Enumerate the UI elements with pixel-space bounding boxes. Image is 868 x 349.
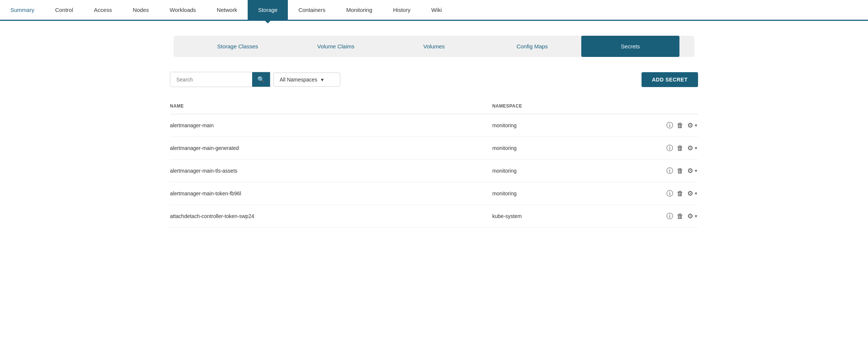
nav-item-storage[interactable]: Storage xyxy=(248,0,288,20)
secrets-table: NAME NAMESPACE alertmanager-main monitor… xyxy=(170,98,698,228)
chevron-down-icon: ▼ xyxy=(694,169,698,173)
namespace-dropdown[interactable]: All Namespaces ▾ xyxy=(273,73,340,87)
search-left: 🔍 All Namespaces ▾ xyxy=(170,72,340,87)
delete-icon[interactable]: 🗑 xyxy=(677,190,684,198)
nav-item-containers[interactable]: Containers xyxy=(288,0,336,20)
gear-icon: ⚙ xyxy=(687,167,693,175)
row-name: attachdetach-controller-token-swp24 xyxy=(170,213,492,219)
chevron-down-icon: ▼ xyxy=(694,191,698,196)
col-header-namespace: NAMESPACE xyxy=(492,103,653,109)
top-nav: SummaryControlAccessNodesWorkloadsNetwor… xyxy=(0,0,868,21)
row-name: alertmanager-main-token-fb96l xyxy=(170,190,492,196)
subtab-volume-claims[interactable]: Volume Claims xyxy=(287,36,385,57)
main-content: 🔍 All Namespaces ▾ ADD SECRET NAME NAMES… xyxy=(155,72,713,228)
row-namespace: monitoring xyxy=(492,122,653,128)
delete-icon[interactable]: 🗑 xyxy=(677,122,684,129)
table-row: alertmanager-main-tls-assets monitoring … xyxy=(170,160,698,182)
sub-tabs: Storage ClassesVolume ClaimsVolumesConfi… xyxy=(174,36,694,57)
nav-item-network[interactable]: Network xyxy=(206,0,248,20)
row-name: alertmanager-main xyxy=(170,122,492,128)
search-icon: 🔍 xyxy=(257,76,265,83)
row-namespace: monitoring xyxy=(492,168,653,174)
nav-item-summary[interactable]: Summary xyxy=(0,0,45,20)
add-secret-button[interactable]: ADD SECRET xyxy=(642,72,698,87)
chevron-down-icon: ▾ xyxy=(321,77,324,83)
subtab-volumes[interactable]: Volumes xyxy=(385,36,483,57)
nav-item-access[interactable]: Access xyxy=(84,0,122,20)
gear-dropdown[interactable]: ⚙ ▼ xyxy=(687,212,698,220)
row-actions: ⓘ 🗑 ⚙ ▼ xyxy=(653,144,698,153)
table-row: alertmanager-main-generated monitoring ⓘ… xyxy=(170,137,698,160)
gear-icon: ⚙ xyxy=(687,144,693,152)
gear-dropdown[interactable]: ⚙ ▼ xyxy=(687,189,698,198)
subtab-secrets[interactable]: Secrets xyxy=(581,36,679,57)
namespace-label: All Namespaces xyxy=(280,77,317,83)
subtab-config-maps[interactable]: Config Maps xyxy=(483,36,581,57)
row-namespace: monitoring xyxy=(492,145,653,151)
nav-item-monitoring[interactable]: Monitoring xyxy=(336,0,383,20)
table-row: attachdetach-controller-token-swp24 kube… xyxy=(170,205,698,228)
gear-icon: ⚙ xyxy=(687,121,693,129)
row-actions: ⓘ 🗑 ⚙ ▼ xyxy=(653,166,698,175)
table-row: alertmanager-main monitoring ⓘ 🗑 ⚙ ▼ xyxy=(170,114,698,137)
search-button[interactable]: 🔍 xyxy=(252,72,270,87)
row-name: alertmanager-main-generated xyxy=(170,145,492,151)
chevron-down-icon: ▼ xyxy=(694,146,698,150)
table-row: alertmanager-main-token-fb96l monitoring… xyxy=(170,182,698,205)
info-icon[interactable]: ⓘ xyxy=(666,189,673,198)
info-icon[interactable]: ⓘ xyxy=(666,144,673,153)
nav-item-history[interactable]: History xyxy=(383,0,421,20)
info-icon[interactable]: ⓘ xyxy=(666,166,673,175)
row-actions: ⓘ 🗑 ⚙ ▼ xyxy=(653,121,698,130)
search-input[interactable] xyxy=(170,72,252,87)
search-input-wrap: 🔍 xyxy=(170,72,270,87)
delete-icon[interactable]: 🗑 xyxy=(677,212,684,220)
gear-dropdown[interactable]: ⚙ ▼ xyxy=(687,121,698,129)
nav-item-workloads[interactable]: Workloads xyxy=(159,0,206,20)
info-icon[interactable]: ⓘ xyxy=(666,121,673,130)
row-namespace: monitoring xyxy=(492,190,653,196)
row-actions: ⓘ 🗑 ⚙ ▼ xyxy=(653,189,698,198)
gear-icon: ⚙ xyxy=(687,212,693,220)
row-namespace: kube-system xyxy=(492,213,653,219)
gear-dropdown[interactable]: ⚙ ▼ xyxy=(687,144,698,152)
nav-item-control[interactable]: Control xyxy=(45,0,83,20)
info-icon[interactable]: ⓘ xyxy=(666,212,673,221)
row-actions: ⓘ 🗑 ⚙ ▼ xyxy=(653,212,698,221)
col-header-name: NAME xyxy=(170,103,492,109)
nav-item-nodes[interactable]: Nodes xyxy=(122,0,159,20)
chevron-down-icon: ▼ xyxy=(694,214,698,218)
row-name: alertmanager-main-tls-assets xyxy=(170,168,492,174)
delete-icon[interactable]: 🗑 xyxy=(677,167,684,175)
chevron-down-icon: ▼ xyxy=(694,123,698,128)
search-row: 🔍 All Namespaces ▾ ADD SECRET xyxy=(170,72,698,87)
gear-icon: ⚙ xyxy=(687,189,693,198)
nav-item-wiki[interactable]: Wiki xyxy=(421,0,452,20)
subtab-storage-classes[interactable]: Storage Classes xyxy=(189,36,287,57)
delete-icon[interactable]: 🗑 xyxy=(677,144,684,152)
table-header: NAME NAMESPACE xyxy=(170,98,698,114)
gear-dropdown[interactable]: ⚙ ▼ xyxy=(687,167,698,175)
